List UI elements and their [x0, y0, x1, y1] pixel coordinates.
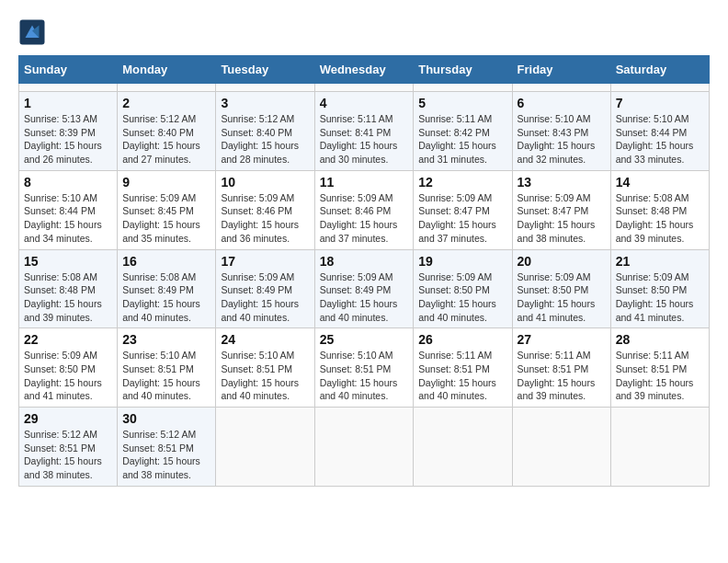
day-number: 10 [221, 175, 309, 190]
day-info: Sunrise: 5:11 AMSunset: 8:51 PMDaylight:… [418, 349, 506, 403]
day-cell: 23Sunrise: 5:10 AMSunset: 8:51 PMDayligh… [118, 328, 216, 408]
day-number: 13 [518, 175, 606, 190]
day-number: 24 [221, 332, 309, 347]
day-number: 11 [320, 175, 409, 190]
day-cell: 16Sunrise: 5:08 AMSunset: 8:49 PMDayligh… [118, 249, 216, 328]
day-number: 18 [320, 254, 409, 269]
day-cell: 13Sunrise: 5:09 AMSunset: 8:47 PMDayligh… [512, 170, 610, 249]
calendar-header-row: SundayMondayTuesdayWednesdayThursdayFrid… [19, 56, 710, 84]
day-cell [610, 408, 709, 487]
day-cell: 17Sunrise: 5:09 AMSunset: 8:49 PMDayligh… [216, 249, 314, 328]
day-info: Sunrise: 5:10 AMSunset: 8:44 PMDaylight:… [616, 112, 704, 167]
week-row-3: 15Sunrise: 5:08 AMSunset: 8:48 PMDayligh… [19, 249, 710, 328]
day-number: 9 [122, 175, 210, 190]
day-cell: 15Sunrise: 5:08 AMSunset: 8:48 PMDayligh… [19, 249, 118, 328]
day-cell: 2Sunrise: 5:12 AMSunset: 8:40 PMDaylight… [118, 92, 216, 171]
day-info: Sunrise: 5:09 AMSunset: 8:50 PMDaylight:… [518, 270, 606, 325]
day-cell: 12Sunrise: 5:09 AMSunset: 8:47 PMDayligh… [414, 170, 512, 249]
day-info: Sunrise: 5:09 AMSunset: 8:47 PMDaylight:… [518, 191, 606, 246]
day-info: Sunrise: 5:11 AMSunset: 8:42 PMDaylight:… [418, 112, 506, 167]
header-saturday: Saturday [610, 56, 709, 84]
week-row-5: 29Sunrise: 5:12 AMSunset: 8:51 PMDayligh… [19, 408, 710, 487]
day-number: 21 [616, 254, 704, 269]
day-cell: 25Sunrise: 5:10 AMSunset: 8:51 PMDayligh… [314, 328, 414, 408]
day-info: Sunrise: 5:11 AMSunset: 8:51 PMDaylight:… [616, 349, 704, 403]
day-cell: 6Sunrise: 5:10 AMSunset: 8:43 PMDaylight… [512, 92, 610, 171]
day-info: Sunrise: 5:09 AMSunset: 8:46 PMDaylight:… [221, 191, 309, 246]
day-cell: 7Sunrise: 5:10 AMSunset: 8:44 PMDaylight… [610, 92, 709, 171]
day-number: 8 [24, 175, 112, 190]
week-row-2: 8Sunrise: 5:10 AMSunset: 8:44 PMDaylight… [19, 170, 710, 249]
day-cell [414, 84, 512, 92]
header-thursday: Thursday [414, 56, 512, 84]
header-sunday: Sunday [19, 56, 118, 84]
day-info: Sunrise: 5:10 AMSunset: 8:43 PMDaylight:… [518, 112, 606, 167]
day-cell: 24Sunrise: 5:10 AMSunset: 8:51 PMDayligh… [216, 328, 314, 408]
day-number: 23 [122, 332, 210, 347]
day-number: 12 [418, 175, 506, 190]
day-cell: 22Sunrise: 5:09 AMSunset: 8:50 PMDayligh… [19, 328, 118, 408]
header-friday: Friday [512, 56, 610, 84]
day-info: Sunrise: 5:10 AMSunset: 8:44 PMDaylight:… [24, 191, 112, 246]
header-monday: Monday [118, 56, 216, 84]
day-info: Sunrise: 5:10 AMSunset: 8:51 PMDaylight:… [320, 349, 409, 403]
day-cell: 29Sunrise: 5:12 AMSunset: 8:51 PMDayligh… [19, 408, 118, 487]
day-cell [314, 84, 414, 92]
day-cell: 21Sunrise: 5:09 AMSunset: 8:50 PMDayligh… [610, 249, 709, 328]
logo-icon [18, 18, 46, 46]
day-info: Sunrise: 5:09 AMSunset: 8:45 PMDaylight:… [122, 191, 210, 246]
day-cell [512, 408, 610, 487]
day-info: Sunrise: 5:09 AMSunset: 8:46 PMDaylight:… [320, 191, 409, 246]
day-cell: 27Sunrise: 5:11 AMSunset: 8:51 PMDayligh… [512, 328, 610, 408]
day-info: Sunrise: 5:09 AMSunset: 8:50 PMDaylight:… [24, 349, 112, 403]
day-cell [216, 84, 314, 92]
day-info: Sunrise: 5:12 AMSunset: 8:51 PMDaylight:… [122, 428, 210, 482]
week-row-1: 1Sunrise: 5:13 AMSunset: 8:39 PMDaylight… [19, 92, 710, 171]
day-cell: 8Sunrise: 5:10 AMSunset: 8:44 PMDaylight… [19, 170, 118, 249]
day-info: Sunrise: 5:10 AMSunset: 8:51 PMDaylight:… [122, 349, 210, 403]
day-info: Sunrise: 5:08 AMSunset: 8:48 PMDaylight:… [24, 270, 112, 325]
day-cell: 14Sunrise: 5:08 AMSunset: 8:48 PMDayligh… [610, 170, 709, 249]
day-number: 14 [616, 175, 704, 190]
day-cell: 1Sunrise: 5:13 AMSunset: 8:39 PMDaylight… [19, 92, 118, 171]
day-cell: 30Sunrise: 5:12 AMSunset: 8:51 PMDayligh… [118, 408, 216, 487]
day-cell [216, 408, 314, 487]
day-info: Sunrise: 5:09 AMSunset: 8:47 PMDaylight:… [418, 191, 506, 246]
week-row-0 [19, 84, 710, 92]
day-cell [314, 408, 414, 487]
day-info: Sunrise: 5:12 AMSunset: 8:40 PMDaylight:… [122, 112, 210, 167]
day-number: 29 [24, 411, 112, 426]
day-cell [414, 408, 512, 487]
day-info: Sunrise: 5:09 AMSunset: 8:50 PMDaylight:… [418, 270, 506, 325]
day-cell [610, 84, 709, 92]
day-cell: 5Sunrise: 5:11 AMSunset: 8:42 PMDaylight… [414, 92, 512, 171]
day-number: 19 [418, 254, 506, 269]
day-number: 20 [518, 254, 606, 269]
day-number: 27 [518, 332, 606, 347]
day-cell: 10Sunrise: 5:09 AMSunset: 8:46 PMDayligh… [216, 170, 314, 249]
day-number: 28 [616, 332, 704, 347]
day-cell: 28Sunrise: 5:11 AMSunset: 8:51 PMDayligh… [610, 328, 709, 408]
day-number: 16 [122, 254, 210, 269]
day-number: 30 [122, 411, 210, 426]
day-info: Sunrise: 5:11 AMSunset: 8:41 PMDaylight:… [320, 112, 409, 167]
day-cell [512, 84, 610, 92]
day-info: Sunrise: 5:09 AMSunset: 8:49 PMDaylight:… [320, 270, 409, 325]
day-number: 3 [221, 96, 309, 110]
day-info: Sunrise: 5:09 AMSunset: 8:50 PMDaylight:… [616, 270, 704, 325]
page-header [18, 18, 710, 46]
day-number: 1 [24, 96, 112, 110]
day-number: 4 [320, 96, 409, 110]
day-number: 26 [418, 332, 506, 347]
day-info: Sunrise: 5:13 AMSunset: 8:39 PMDaylight:… [24, 112, 112, 167]
logo [18, 18, 50, 46]
day-cell: 20Sunrise: 5:09 AMSunset: 8:50 PMDayligh… [512, 249, 610, 328]
day-number: 25 [320, 332, 409, 347]
day-cell [118, 84, 216, 92]
day-cell: 18Sunrise: 5:09 AMSunset: 8:49 PMDayligh… [314, 249, 414, 328]
header-tuesday: Tuesday [216, 56, 314, 84]
day-number: 6 [518, 96, 606, 110]
day-number: 5 [418, 96, 506, 110]
day-number: 2 [122, 96, 210, 110]
day-info: Sunrise: 5:12 AMSunset: 8:40 PMDaylight:… [221, 112, 309, 167]
